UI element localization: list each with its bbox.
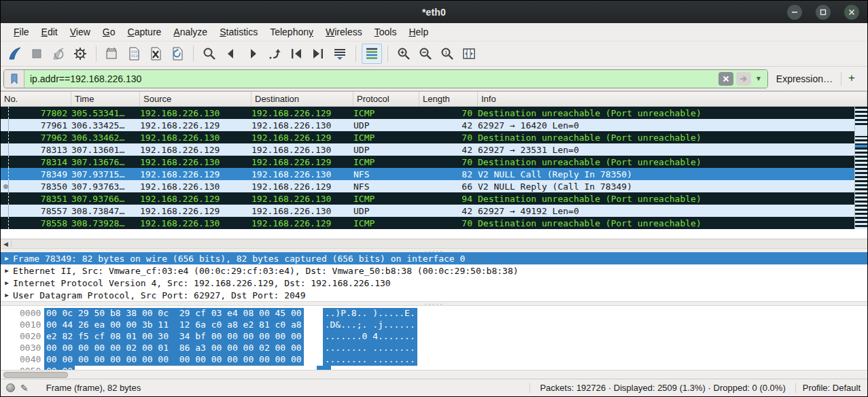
filter-history-dropdown-icon[interactable]: ▼	[754, 75, 763, 82]
colorize-icon[interactable]	[362, 44, 382, 64]
hex-ascii[interactable]: .......0 4.......	[323, 331, 417, 343]
go-forward-icon[interactable]	[243, 44, 263, 64]
menu-item-file[interactable]: File	[7, 24, 35, 39]
save-file-icon[interactable]: 01010110	[124, 44, 144, 64]
expand-arrow-icon[interactable]: ▶	[1, 279, 13, 286]
profile-button[interactable]: Profile: Default	[796, 383, 867, 393]
column-header-destination[interactable]: Destination	[251, 92, 353, 106]
hex-row-0010[interactable]: 001000 44 26 ea 00 00 3b 11 12 6a c0 a8 …	[1, 320, 867, 331]
go-first-icon[interactable]	[286, 44, 307, 64]
cell-no: 78313	[12, 145, 71, 155]
hex-bytes[interactable]: 00 00 00 00 00 00 00 00 00 00 00 00 00 0…	[44, 354, 304, 366]
resize-columns-icon[interactable]	[459, 44, 479, 64]
hscroll-left-arrow-icon[interactable]: ◀	[1, 241, 12, 247]
svg-text:0110: 0110	[131, 54, 139, 58]
hex-bytes[interactable]: 00 0c 29 50 b8 38 00 0c 29 cf 03 e4 08 0…	[44, 308, 304, 320]
go-last-icon[interactable]	[308, 44, 328, 64]
stop-capture-icon[interactable]	[27, 44, 47, 64]
hex-splitter[interactable]: ·····	[1, 301, 867, 305]
zoom-original-icon[interactable]: 1	[437, 44, 457, 64]
details-splitter[interactable]: ·····	[1, 248, 867, 252]
detail-line-text: User Datagram Protocol, Src Port: 62927,…	[13, 290, 305, 300]
expression-button[interactable]: Expression…	[768, 73, 841, 84]
detail-line-2[interactable]: ▶Internet Protocol Version 4, Src: 192.1…	[1, 277, 867, 289]
cell-info: 62927 → 23531 Len=0	[478, 145, 867, 155]
packet-row-78349[interactable]: 78349307.93715…192.168.226.129192.168.22…	[1, 168, 867, 180]
packet-row-78557[interactable]: 78557308.73847…192.168.226.129192.168.22…	[1, 205, 867, 217]
column-header-no[interactable]: No.	[1, 92, 71, 106]
packet-row-78314[interactable]: 78314307.13676…192.168.226.130192.168.22…	[1, 156, 867, 168]
maximize-icon[interactable]	[816, 5, 831, 20]
menu-item-telephony[interactable]: Telephony	[264, 24, 319, 39]
column-header-length[interactable]: Length	[419, 92, 478, 106]
zoom-out-icon[interactable]	[415, 44, 436, 64]
menu-item-view[interactable]: View	[64, 24, 97, 39]
minimize-icon[interactable]	[787, 5, 802, 20]
menu-item-edit[interactable]: Edit	[35, 24, 64, 39]
start-capture-icon[interactable]	[5, 44, 25, 64]
go-to-packet-icon[interactable]	[264, 44, 285, 64]
packet-list-scrollbar[interactable]	[854, 107, 867, 229]
hex-bytes[interactable]: 00 44 26 ea 00 00 3b 11 12 6a c0 a8 e2 8…	[44, 320, 304, 331]
auto-scroll-icon[interactable]	[330, 44, 350, 64]
column-header-source[interactable]: Source	[140, 92, 251, 106]
cell-info: 62927 → 16420 Len=0	[478, 120, 867, 131]
bytes-hscrollbar-thumb[interactable]	[3, 372, 68, 378]
menu-item-analyze[interactable]: Analyze	[167, 24, 213, 39]
cell-src: 192.168.226.130	[140, 157, 251, 167]
reload-file-icon[interactable]	[167, 44, 188, 64]
filter-clear-icon[interactable]	[718, 72, 733, 86]
add-filter-button[interactable]: +	[841, 71, 862, 86]
expert-info-icon[interactable]	[6, 383, 15, 392]
menu-item-statistics[interactable]: Statistics	[213, 24, 264, 39]
hex-ascii[interactable]: ........ ........	[323, 343, 417, 354]
open-file-icon[interactable]	[102, 44, 122, 64]
find-packet-icon[interactable]	[199, 44, 220, 64]
column-header-time[interactable]: Time	[71, 92, 140, 106]
hex-bytes[interactable]: e2 82 f5 cf 08 01 00 30 34 bf 00 00 00 0…	[44, 331, 304, 343]
cell-len: 42	[419, 145, 478, 155]
titlebar[interactable]: *eth0	[1, 1, 867, 23]
menu-item-help[interactable]: Help	[402, 24, 434, 39]
hex-ascii[interactable]: ..)P.8.. ).....E.	[323, 308, 417, 320]
menu-item-tools[interactable]: Tools	[368, 24, 403, 39]
packet-row-78313[interactable]: 78313307.13601…192.168.226.129192.168.22…	[1, 143, 867, 156]
filter-apply-icon[interactable]	[736, 72, 751, 86]
hex-row-0030[interactable]: 003000 00 00 00 00 02 00 01 86 a3 00 00 …	[1, 343, 867, 354]
menu-item-capture[interactable]: Capture	[122, 24, 168, 39]
packet-row-78558[interactable]: 78558308.73928…192.168.226.130192.168.22…	[1, 217, 867, 229]
packet-row-77961[interactable]: 77961306.33425…192.168.226.129192.168.22…	[1, 119, 867, 131]
cell-info: V2 NULL Reply (Call In 78349)	[478, 182, 867, 192]
display-filter-input[interactable]	[24, 70, 714, 88]
hex-ascii[interactable]: ........ ........	[323, 354, 417, 366]
filter-bookmark-icon[interactable]	[4, 70, 24, 88]
packet-row-78351[interactable]: 78351307.93766…192.168.226.129192.168.22…	[1, 192, 867, 205]
menu-item-go[interactable]: Go	[97, 24, 122, 39]
hex-bytes[interactable]: 00 00 00 00 00 02 00 01 86 a3 00 00 00 0…	[44, 343, 304, 354]
hex-ascii[interactable]: .D&...;. .j......	[323, 320, 417, 331]
column-header-protocol[interactable]: Protocol	[353, 92, 419, 106]
expand-arrow-icon[interactable]: ▶	[1, 267, 13, 274]
menubar: FileEditViewGoCaptureAnalyzeStatisticsTe…	[1, 23, 867, 41]
packet-row-77962[interactable]: 77962306.33462…192.168.226.130192.168.22…	[1, 131, 867, 143]
column-header-info[interactable]: Info	[478, 92, 867, 106]
capture-options-icon[interactable]	[70, 44, 90, 64]
close-icon[interactable]	[844, 5, 859, 20]
toolbar-separator	[355, 46, 356, 62]
cell-len: 66	[419, 182, 478, 192]
hex-row-0040[interactable]: 004000 00 00 00 00 00 00 00 00 00 00 00 …	[1, 354, 867, 366]
bytes-hscrollbar[interactable]	[1, 370, 867, 379]
packet-row-78350[interactable]: 78350307.93763…192.168.226.130192.168.22…	[1, 180, 867, 192]
zoom-in-icon[interactable]	[394, 44, 414, 64]
close-file-icon[interactable]	[145, 44, 166, 64]
expand-arrow-icon[interactable]: ▶	[1, 255, 13, 262]
hex-row-0020[interactable]: 0020e2 82 f5 cf 08 01 00 30 34 bf 00 00 …	[1, 331, 867, 343]
restart-capture-icon[interactable]	[48, 44, 69, 64]
hex-row-0000[interactable]: 000000 0c 29 50 b8 38 00 0c 29 cf 03 e4 …	[1, 308, 867, 320]
menu-item-wireless[interactable]: Wireless	[319, 24, 368, 39]
expand-arrow-icon[interactable]: ▶	[1, 292, 13, 298]
detail-line-1[interactable]: ▶Ethernet II, Src: Vmware_cf:03:e4 (00:0…	[1, 264, 867, 277]
packet-row-77802[interactable]: 77802305.53341…192.168.226.130192.168.22…	[1, 107, 867, 119]
capture-comment-icon[interactable]: ✎	[20, 383, 29, 394]
go-back-icon[interactable]	[221, 44, 241, 64]
